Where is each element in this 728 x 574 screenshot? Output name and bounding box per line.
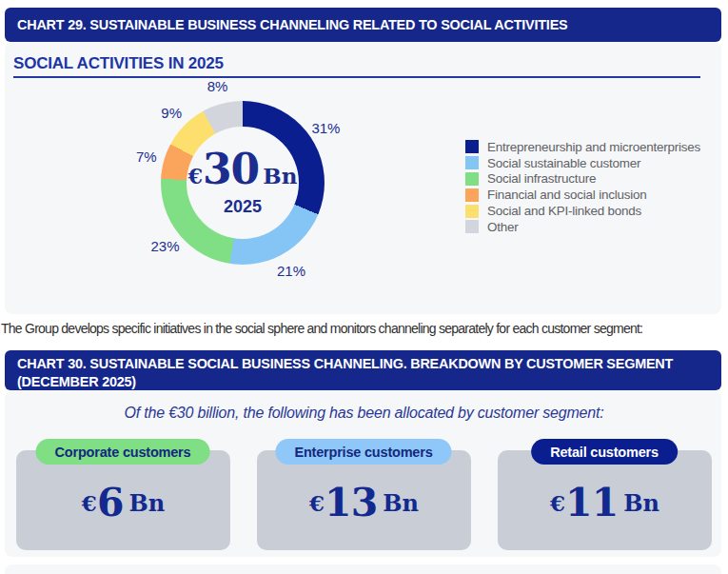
currency-symbol: € bbox=[82, 490, 97, 516]
legend-item: Other bbox=[465, 219, 700, 235]
legend-swatch-icon bbox=[465, 205, 479, 218]
next-section-strip bbox=[5, 564, 721, 574]
donut-percentage-label: 9% bbox=[161, 105, 182, 121]
chart30-header-text: CHART 30. SUSTAINABLE SOCIAL BUSINESS CH… bbox=[17, 355, 708, 390]
legend-swatch-icon bbox=[465, 140, 479, 153]
legend-swatch-icon bbox=[465, 156, 479, 169]
body-paragraph: The Group develops specific initiatives … bbox=[1, 321, 728, 336]
legend-label: Entrepreneurship and microenterprises bbox=[487, 140, 700, 154]
donut-percentage-label: 7% bbox=[136, 148, 157, 165]
chart30-subtitle: Of the €30 billion, the following has be… bbox=[0, 405, 728, 422]
donut-center-number: 30 bbox=[203, 145, 259, 193]
legend-swatch-icon bbox=[465, 220, 479, 233]
donut-center: €30Bn 2025 bbox=[187, 127, 299, 239]
report-page: CHART 29. SUSTAINABLE BUSINESS CHANNELIN… bbox=[0, 0, 728, 574]
donut-percentage-label: 23% bbox=[150, 238, 179, 254]
legend-swatch-icon bbox=[465, 172, 479, 186]
value-retail-customers: €11Bn bbox=[498, 473, 712, 532]
donut-center-unit: Bn bbox=[263, 163, 297, 188]
donut-center-year: 2025 bbox=[224, 198, 262, 215]
pill-enterprise-customers: Enterprise customers bbox=[275, 439, 451, 465]
legend-item: Social and KPI-linked bonds bbox=[465, 203, 700, 219]
donut-legend: Entrepreneurship and microenterprises So… bbox=[465, 139, 700, 235]
legend-swatch-icon bbox=[465, 188, 479, 202]
value-number: 13 bbox=[325, 480, 377, 525]
donut-center-value: €30Bn bbox=[188, 150, 298, 198]
donut-chart: €30Bn 2025 31%21%23%7%9%8% bbox=[121, 61, 364, 305]
value-number: 11 bbox=[565, 480, 618, 525]
chart29-header-text: CHART 29. SUSTAINABLE BUSINESS CHANNELIN… bbox=[17, 16, 567, 34]
legend-label: Other bbox=[487, 220, 519, 234]
value-corporate-customers: €6Bn bbox=[16, 473, 230, 532]
pill-retail-customers: Retail customers bbox=[531, 439, 678, 465]
pill-corporate-customers: Corporate customers bbox=[36, 439, 210, 465]
legend-item: Financial and social inclusion bbox=[465, 187, 700, 203]
currency-symbol: € bbox=[309, 490, 325, 516]
legend-item: Entrepreneurship and microenterprises bbox=[465, 139, 700, 155]
legend-label: Social sustainable customer bbox=[487, 156, 640, 170]
pill-label: Retail customers bbox=[550, 445, 659, 460]
chart29-header-bar: CHART 29. SUSTAINABLE BUSINESS CHANNELIN… bbox=[5, 8, 721, 42]
currency-symbol: € bbox=[550, 490, 565, 516]
value-enterprise-customers: €13Bn bbox=[257, 473, 471, 532]
donut-percentage-label: 21% bbox=[277, 262, 305, 278]
value-unit: Bn bbox=[623, 489, 659, 517]
legend-item: Social sustainable customer bbox=[465, 155, 700, 171]
value-number: 6 bbox=[97, 480, 124, 525]
pill-label: Corporate customers bbox=[55, 445, 191, 460]
legend-label: Social and KPI-linked bonds bbox=[487, 204, 641, 218]
pill-label: Enterprise customers bbox=[294, 445, 432, 460]
legend-label: Financial and social inclusion bbox=[487, 188, 646, 202]
donut-center-currency: € bbox=[188, 164, 203, 188]
legend-item: Social infrastructure bbox=[465, 171, 700, 188]
chart30-header-bar: CHART 30. SUSTAINABLE SOCIAL BUSINESS CH… bbox=[5, 350, 721, 390]
legend-label: Social infrastructure bbox=[487, 171, 596, 186]
donut-percentage-label: 8% bbox=[207, 78, 228, 94]
donut-percentage-label: 31% bbox=[311, 119, 340, 135]
value-unit: Bn bbox=[383, 489, 419, 517]
value-unit: Bn bbox=[128, 489, 165, 517]
